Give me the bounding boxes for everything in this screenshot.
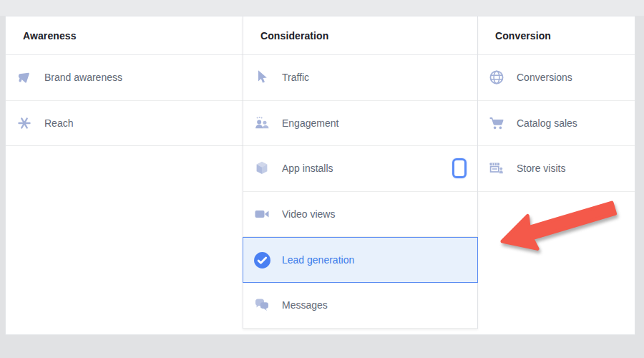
objective-label: Video views [282, 208, 335, 220]
objective-label: Catalog sales [517, 117, 577, 129]
objective-label: Store visits [517, 163, 565, 174]
objective-row-video-views[interactable]: Video views [243, 192, 477, 238]
objective-row-store-visits[interactable]: Store visits [478, 146, 635, 192]
objective-label: Engagement [282, 117, 338, 129]
reach-asterisk-icon [15, 114, 34, 132]
people-icon [253, 114, 271, 132]
cursor-icon [253, 68, 271, 87]
cube-icon [253, 159, 271, 178]
shopping-cart-icon [487, 114, 506, 132]
column-conversion: Conversion Conversions [478, 16, 635, 334]
column-awareness: Awareness Brand awareness [6, 16, 243, 334]
objective-selection-screen: Awareness Brand awareness [0, 0, 644, 358]
top-background-strip [0, 0, 644, 16]
objective-label: App installs [282, 163, 333, 174]
objective-row-conversions[interactable]: Conversions [478, 55, 635, 101]
objective-row-brand-awareness[interactable]: Brand awareness [6, 55, 243, 101]
storefront-icon [487, 159, 506, 178]
check-circle-icon [253, 251, 271, 269]
column-header-conversion: Conversion [478, 16, 635, 55]
megaphone-icon [15, 68, 34, 87]
objective-label: Reach [44, 117, 73, 129]
objective-row-app-installs[interactable]: App installs [243, 146, 477, 192]
globe-icon [487, 68, 506, 87]
column-consideration: Consideration Traffic [243, 16, 478, 329]
column-header-awareness: Awareness [6, 16, 243, 55]
objective-label: Conversions [517, 72, 572, 83]
mobile-device-icon [452, 158, 467, 178]
objectives-table: Awareness Brand awareness [5, 16, 635, 335]
objective-row-lead-generation[interactable]: Lead generation [243, 237, 478, 283]
objective-label: Traffic [282, 72, 309, 83]
objective-label: Messages [282, 299, 328, 311]
objective-row-engagement[interactable]: Engagement [243, 101, 477, 147]
column-header-consideration: Consideration [243, 16, 477, 55]
objective-label: Lead generation [282, 254, 354, 266]
objective-row-messages[interactable]: Messages [243, 283, 477, 329]
objective-row-reach[interactable]: Reach [6, 101, 243, 147]
objective-row-catalog-sales[interactable]: Catalog sales [478, 101, 635, 147]
objective-row-traffic[interactable]: Traffic [243, 55, 477, 101]
objective-label: Brand awareness [44, 72, 122, 83]
video-camera-icon [253, 205, 271, 223]
chat-bubbles-icon [253, 296, 271, 314]
